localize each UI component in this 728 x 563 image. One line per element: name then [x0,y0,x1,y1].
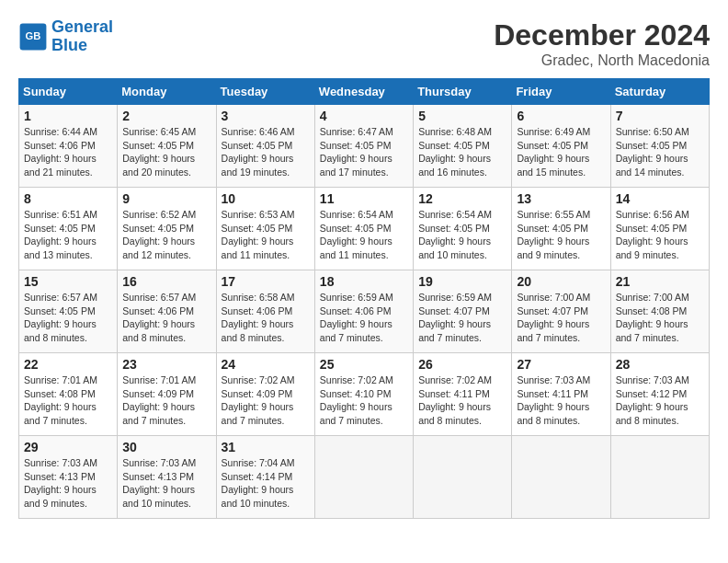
calendar-cell [314,436,413,519]
calendar-cell: 2Sunrise: 6:45 AM Sunset: 4:05 PM Daylig… [118,105,216,188]
calendar-week-row: 15Sunrise: 6:57 AM Sunset: 4:05 PM Dayli… [19,270,710,353]
day-info: Sunrise: 7:01 AM Sunset: 4:08 PM Dayligh… [24,373,112,428]
day-number: 22 [24,357,112,372]
day-info: Sunrise: 6:54 AM Sunset: 4:05 PM Dayligh… [418,208,506,262]
location-subtitle: Gradec, North Macedonia [494,52,710,69]
day-info: Sunrise: 6:50 AM Sunset: 4:05 PM Dayligh… [616,125,704,179]
day-number: 1 [24,109,112,123]
day-info: Sunrise: 6:56 AM Sunset: 4:05 PM Dayligh… [616,208,704,262]
day-info: Sunrise: 7:03 AM Sunset: 4:13 PM Dayligh… [24,456,112,511]
day-info: Sunrise: 6:59 AM Sunset: 4:06 PM Dayligh… [320,291,408,345]
day-number: 13 [517,191,605,206]
day-number: 21 [616,274,704,289]
calendar-cell: 3Sunrise: 6:46 AM Sunset: 4:05 PM Daylig… [216,105,314,188]
day-number: 19 [418,274,506,289]
day-number: 14 [616,191,704,206]
calendar-cell: 21Sunrise: 7:00 AM Sunset: 4:08 PM Dayli… [610,270,709,353]
calendar-cell: 15Sunrise: 6:57 AM Sunset: 4:05 PM Dayli… [19,270,118,353]
calendar-cell: 5Sunrise: 6:48 AM Sunset: 4:05 PM Daylig… [414,105,512,188]
day-info: Sunrise: 7:03 AM Sunset: 4:13 PM Dayligh… [122,456,210,511]
day-info: Sunrise: 6:44 AM Sunset: 4:06 PM Dayligh… [24,125,112,179]
day-info: Sunrise: 6:48 AM Sunset: 4:05 PM Dayligh… [418,125,506,179]
calendar-table: SundayMondayTuesdayWednesdayThursdayFrid… [18,78,710,519]
day-number: 17 [222,274,310,289]
day-number: 5 [418,109,506,123]
day-number: 27 [517,357,605,372]
day-number: 18 [320,274,408,289]
day-number: 9 [122,191,210,206]
day-info: Sunrise: 6:45 AM Sunset: 4:05 PM Dayligh… [122,125,210,179]
calendar-cell: 31Sunrise: 7:04 AM Sunset: 4:14 PM Dayli… [216,436,314,519]
day-info: Sunrise: 6:47 AM Sunset: 4:05 PM Dayligh… [320,125,408,179]
day-number: 31 [222,440,310,454]
day-number: 28 [616,357,704,372]
day-number: 11 [320,191,408,206]
day-number: 3 [222,109,310,123]
day-info: Sunrise: 6:58 AM Sunset: 4:06 PM Dayligh… [222,291,310,345]
day-info: Sunrise: 6:54 AM Sunset: 4:05 PM Dayligh… [320,208,408,262]
day-number: 26 [418,357,506,372]
day-number: 6 [517,109,605,123]
day-number: 15 [24,274,112,289]
day-info: Sunrise: 7:04 AM Sunset: 4:14 PM Dayligh… [222,456,310,511]
calendar-cell [414,436,512,519]
calendar-cell: 18Sunrise: 6:59 AM Sunset: 4:06 PM Dayli… [314,270,413,353]
calendar-cell: 11Sunrise: 6:54 AM Sunset: 4:05 PM Dayli… [314,188,413,270]
calendar-cell: 1Sunrise: 6:44 AM Sunset: 4:06 PM Daylig… [19,105,118,188]
day-number: 7 [616,109,704,123]
calendar-cell [512,436,610,519]
svg-text:GB: GB [26,30,41,41]
title-section: December 2024 Gradec, North Macedonia [494,18,710,69]
calendar-cell: 28Sunrise: 7:03 AM Sunset: 4:12 PM Dayli… [610,353,709,436]
day-info: Sunrise: 7:02 AM Sunset: 4:11 PM Dayligh… [418,373,506,428]
day-number: 25 [320,357,408,372]
day-info: Sunrise: 7:02 AM Sunset: 4:09 PM Dayligh… [222,373,310,428]
calendar-cell: 24Sunrise: 7:02 AM Sunset: 4:09 PM Dayli… [216,353,314,436]
day-info: Sunrise: 6:55 AM Sunset: 4:05 PM Dayligh… [517,208,605,262]
weekday-header-sunday: Sunday [19,79,118,105]
day-info: Sunrise: 6:53 AM Sunset: 4:05 PM Dayligh… [222,208,310,262]
day-info: Sunrise: 6:51 AM Sunset: 4:05 PM Dayligh… [24,208,112,262]
day-info: Sunrise: 6:49 AM Sunset: 4:05 PM Dayligh… [517,125,605,179]
calendar-cell: 20Sunrise: 7:00 AM Sunset: 4:07 PM Dayli… [512,270,610,353]
weekday-header-friday: Friday [512,79,610,105]
day-number: 24 [222,357,310,372]
calendar-cell [610,436,709,519]
day-number: 4 [320,109,408,123]
day-info: Sunrise: 6:59 AM Sunset: 4:07 PM Dayligh… [418,291,506,345]
day-number: 10 [222,191,310,206]
calendar-cell: 10Sunrise: 6:53 AM Sunset: 4:05 PM Dayli… [216,188,314,270]
calendar-cell: 6Sunrise: 6:49 AM Sunset: 4:05 PM Daylig… [512,105,610,188]
calendar-cell: 4Sunrise: 6:47 AM Sunset: 4:05 PM Daylig… [314,105,413,188]
calendar-cell: 9Sunrise: 6:52 AM Sunset: 4:05 PM Daylig… [118,188,216,270]
calendar-cell: 19Sunrise: 6:59 AM Sunset: 4:07 PM Dayli… [414,270,512,353]
day-info: Sunrise: 7:01 AM Sunset: 4:09 PM Dayligh… [122,373,210,428]
calendar-week-row: 22Sunrise: 7:01 AM Sunset: 4:08 PM Dayli… [19,353,710,436]
day-info: Sunrise: 7:03 AM Sunset: 4:11 PM Dayligh… [517,373,605,428]
calendar-cell: 16Sunrise: 6:57 AM Sunset: 4:06 PM Dayli… [118,270,216,353]
day-info: Sunrise: 6:57 AM Sunset: 4:06 PM Dayligh… [122,291,210,345]
day-number: 23 [122,357,210,372]
calendar-cell: 12Sunrise: 6:54 AM Sunset: 4:05 PM Dayli… [414,188,512,270]
page-header: GB General Blue December 2024 Gradec, No… [18,18,710,69]
day-number: 20 [517,274,605,289]
day-number: 12 [418,191,506,206]
calendar-cell: 30Sunrise: 7:03 AM Sunset: 4:13 PM Dayli… [118,436,216,519]
weekday-header-saturday: Saturday [610,79,709,105]
logo: GB General Blue [18,18,113,55]
day-info: Sunrise: 6:46 AM Sunset: 4:05 PM Dayligh… [222,125,310,179]
weekday-header-row: SundayMondayTuesdayWednesdayThursdayFrid… [19,79,710,105]
calendar-cell: 7Sunrise: 6:50 AM Sunset: 4:05 PM Daylig… [610,105,709,188]
day-number: 29 [24,440,112,454]
calendar-cell: 14Sunrise: 6:56 AM Sunset: 4:05 PM Dayli… [610,188,709,270]
calendar-week-row: 8Sunrise: 6:51 AM Sunset: 4:05 PM Daylig… [19,188,710,270]
calendar-cell: 29Sunrise: 7:03 AM Sunset: 4:13 PM Dayli… [19,436,118,519]
month-title: December 2024 [494,18,710,52]
day-number: 2 [122,109,210,123]
day-info: Sunrise: 7:00 AM Sunset: 4:07 PM Dayligh… [517,291,605,345]
calendar-cell: 22Sunrise: 7:01 AM Sunset: 4:08 PM Dayli… [19,353,118,436]
calendar-cell: 26Sunrise: 7:02 AM Sunset: 4:11 PM Dayli… [414,353,512,436]
weekday-header-thursday: Thursday [414,79,512,105]
day-info: Sunrise: 7:03 AM Sunset: 4:12 PM Dayligh… [616,373,704,428]
day-info: Sunrise: 7:02 AM Sunset: 4:10 PM Dayligh… [320,373,408,428]
